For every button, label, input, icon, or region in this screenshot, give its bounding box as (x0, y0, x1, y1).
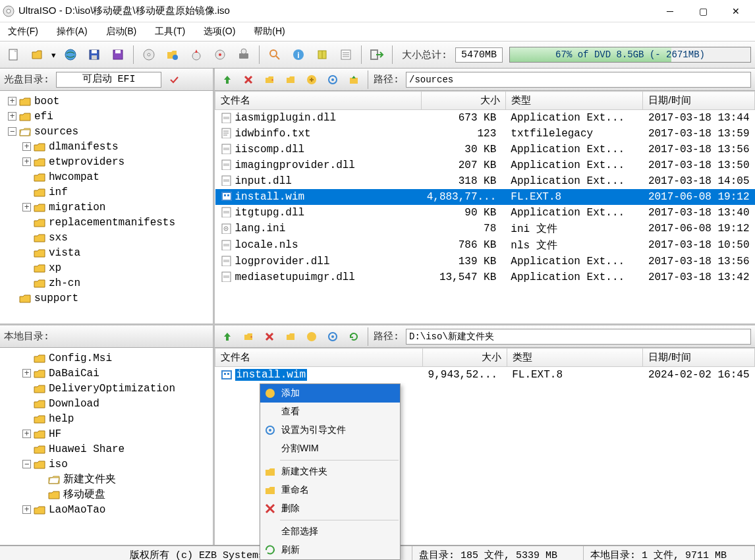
extract-icon[interactable] (345, 71, 362, 88)
tree-item[interactable]: sxs (3, 230, 213, 245)
check-icon[interactable] (165, 71, 182, 88)
tree-item[interactable]: +DaBaiCai (3, 366, 213, 381)
tree-item[interactable]: xp (3, 260, 213, 275)
delete-icon[interactable] (240, 71, 257, 88)
tree-item[interactable]: Download (3, 396, 213, 411)
tree-item[interactable]: +dlmanifests (3, 139, 213, 154)
file-row[interactable]: iasmigplugin.dll673 KBApplication Ext...… (215, 110, 755, 126)
file-row[interactable]: input.dll318 KBApplication Ext...2017-03… (215, 173, 755, 189)
tree-expand-icon[interactable]: + (22, 430, 31, 438)
ctx-item[interactable]: 设置为引导文件 (260, 421, 400, 439)
mount-icon[interactable] (234, 45, 254, 65)
tree-item[interactable]: support (3, 291, 213, 306)
tree-item[interactable]: DeliveryOptimization (3, 381, 213, 396)
col-date[interactable]: 日期/时间 (643, 92, 755, 110)
tree-expand-icon[interactable]: − (22, 460, 31, 468)
tree-item[interactable]: vista (3, 245, 213, 260)
tree-item[interactable]: +migration (3, 200, 213, 215)
menu-file[interactable]: 文件(F) (5, 24, 41, 39)
newfolder2-icon[interactable]: * (240, 328, 257, 345)
new-icon[interactable] (4, 45, 24, 65)
tree-item[interactable]: Config.Msi (3, 350, 213, 366)
tree-item[interactable]: +boot (3, 94, 213, 109)
globe-icon[interactable] (61, 45, 80, 65)
tree-item[interactable]: replacementmanifests (3, 215, 213, 230)
tree-expand-icon[interactable]: + (22, 369, 31, 378)
up2-icon[interactable] (219, 328, 236, 345)
tree-expand-icon[interactable]: + (22, 203, 31, 211)
tree-item[interactable]: hwcompat (3, 169, 213, 184)
menu-option[interactable]: 选项(O) (201, 24, 238, 39)
tree-item[interactable]: +efi (3, 109, 213, 124)
file-row[interactable]: itgtupg.dll90 KBApplication Ext...2017-0… (215, 205, 755, 221)
file-row[interactable]: iiscomp.dll30 KBApplication Ext...2017-0… (215, 142, 755, 157)
tree-item[interactable]: zh-cn (3, 275, 213, 291)
context-menu[interactable]: 添加查看设置为引导文件分割WIM新建文件夹重命名删除全部选择刷新 (260, 383, 401, 560)
tree-item[interactable]: −iso (3, 457, 213, 472)
lower-path-input[interactable] (406, 329, 751, 345)
disc-file-list[interactable]: 文件名 大小 类型 日期/时间 iasmigplugin.dll673 KBAp… (215, 91, 755, 323)
ctx-item[interactable]: 新建文件夹 (260, 462, 400, 481)
save-icon[interactable] (84, 45, 104, 65)
menu-help[interactable]: 帮助(H) (251, 24, 287, 39)
tree-item[interactable]: Huawei Share (3, 441, 213, 457)
burn2-icon[interactable] (210, 45, 230, 65)
col-name[interactable]: 文件名 (215, 92, 422, 110)
add-icon[interactable] (303, 71, 320, 88)
col2-type[interactable]: 类型 (507, 349, 643, 367)
ctx-item[interactable]: 刷新 (260, 541, 400, 559)
upper-path-input[interactable] (406, 72, 751, 88)
tree-expand-icon[interactable]: + (8, 112, 16, 121)
ctx-item[interactable]: 查看 (260, 403, 400, 421)
cd-icon[interactable] (139, 45, 159, 65)
file-row[interactable]: install.wim4,883,77...FL.EXT.82017-06-08… (215, 189, 755, 205)
menu-action[interactable]: 操作(A) (54, 24, 90, 39)
ctx-item[interactable]: 添加 (260, 384, 400, 403)
open-icon[interactable] (28, 45, 47, 65)
capacity-bar[interactable]: 67% of DVD 8.5GB (- 2671MB) (509, 47, 751, 63)
tree-item[interactable]: −sources (3, 124, 213, 139)
tree-item[interactable]: 新建文件夹 (3, 472, 213, 487)
file-row[interactable]: mediasetupuimgr.dll13,547 KBApplication … (215, 269, 755, 285)
col2-size[interactable]: 大小 (423, 349, 507, 367)
tree-expand-icon[interactable]: + (8, 97, 16, 105)
tree-item[interactable]: inf (3, 184, 213, 200)
search-icon[interactable] (265, 45, 285, 65)
local-tree[interactable]: Config.Msi+DaBaiCaiDeliveryOptimizationD… (0, 348, 215, 545)
properties-icon[interactable] (336, 45, 356, 65)
rename2-icon[interactable] (282, 328, 299, 345)
tree-expand-icon[interactable]: − (8, 127, 16, 136)
tree-item[interactable]: +LaoMaoTao (3, 502, 213, 517)
file-row[interactable]: logprovider.dll139 KBApplication Ext...2… (215, 254, 755, 269)
ctx-item[interactable]: 删除 (260, 499, 400, 518)
file-row[interactable]: idwbinfo.txt123txtfilelegacy2017-03-18 1… (215, 126, 755, 142)
ctx-item[interactable]: 分割WIM (260, 439, 400, 458)
col-size[interactable]: 大小 (422, 92, 506, 110)
ctx-item[interactable]: 重命名 (260, 481, 400, 499)
add2-icon[interactable] (303, 328, 320, 345)
setting-icon[interactable] (324, 71, 341, 88)
menu-boot[interactable]: 启动(B) (103, 24, 140, 39)
boot-status[interactable]: 可启动 EFI (56, 72, 161, 88)
ctx-item[interactable]: 全部选择 (260, 522, 400, 541)
file-row[interactable]: lang.ini78ini 文件2017-06-08 19:12 (215, 221, 755, 237)
close-button[interactable]: ✕ (719, 0, 752, 22)
col2-date[interactable]: 日期/时间 (643, 349, 755, 367)
file-row[interactable]: imagingprovider.dll207 KBApplication Ext… (215, 157, 755, 173)
setting2-icon[interactable] (324, 328, 341, 345)
saveas-icon[interactable] (108, 45, 128, 65)
refresh-icon[interactable] (345, 328, 362, 345)
tree-item[interactable]: +etwproviders (3, 154, 213, 169)
newfolder-icon[interactable]: * (261, 71, 278, 88)
rename-icon[interactable] (282, 71, 299, 88)
compress-icon[interactable] (312, 45, 332, 65)
tree-expand-icon[interactable]: + (22, 157, 31, 166)
tree-expand-icon[interactable]: + (22, 142, 31, 151)
burn-icon[interactable] (186, 45, 206, 65)
maximize-button[interactable]: ▢ (686, 0, 719, 22)
file-row[interactable]: locale.nls786 KBnls 文件2017-03-18 10:50 (215, 237, 755, 254)
tree-item[interactable]: help (3, 411, 213, 426)
tree-item[interactable]: +HF (3, 426, 213, 441)
tree-expand-icon[interactable]: + (22, 505, 31, 514)
col2-name[interactable]: 文件名 (215, 349, 423, 367)
